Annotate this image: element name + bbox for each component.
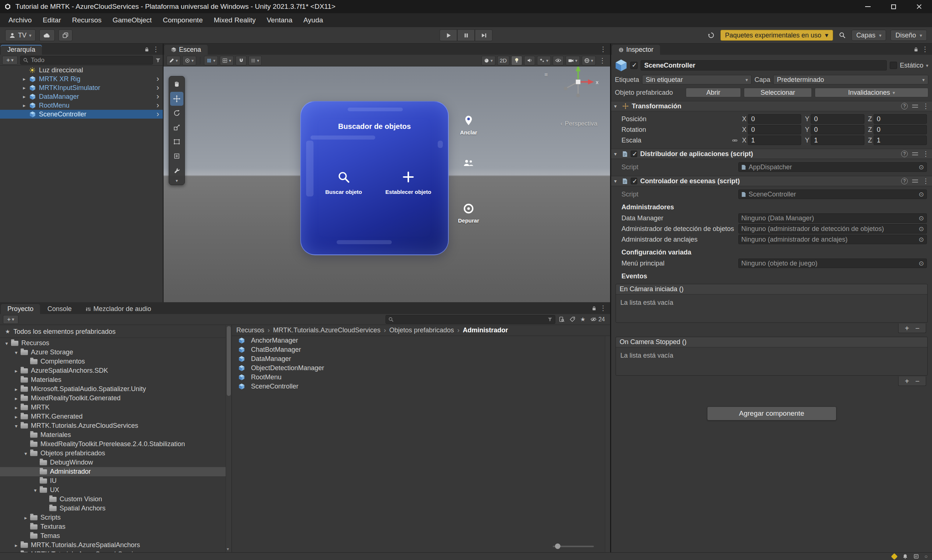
add-event-button[interactable] [905,377,909,385]
gameobject-name-field[interactable]: SceneController [640,60,887,71]
folder-tree-item[interactable]: MixedRealityToolkit.Generated [0,394,231,403]
transform-component-header[interactable]: Transformación [611,101,932,111]
preset-icon[interactable] [912,179,918,183]
kebab-icon[interactable] [923,150,929,158]
search-by-label-icon[interactable] [569,317,575,322]
foldout-arrow-icon[interactable] [12,368,20,374]
camera-settings-icon[interactable] [544,72,548,78]
remove-event-button[interactable] [915,325,920,332]
search-object-button[interactable]: Buscar objeto [314,171,373,195]
add-event-button[interactable] [905,325,909,332]
object-picker-icon[interactable] [919,191,924,198]
draw-mode-dropdown[interactable] [167,56,181,65]
folder-tree-item[interactable]: Temas [0,531,231,540]
hierarchy-item[interactable]: Luz direccional [0,66,163,75]
scene-viewport[interactable]: y x Perspectiva Buscador de objetos Busc… [164,66,610,302]
script-object-field[interactable]: SceneController [738,189,927,199]
prefab-open-button[interactable]: Abrir [686,88,741,97]
help-icon[interactable] [901,103,908,109]
tab-scene[interactable]: Escena [164,45,208,55]
folder-tree-item[interactable]: Spatial Anchors [0,504,231,513]
lock-icon[interactable] [914,47,918,52]
folder-tree-item[interactable]: IU [0,476,231,485]
experimental-packages-dropdown[interactable]: Paquetes experimentales en uso [720,30,833,41]
scroll-down-arrow-icon[interactable] [227,546,229,552]
rotation-z-field[interactable]: 0 [873,125,927,134]
play-button[interactable] [440,29,457,41]
save-search-icon[interactable] [580,316,585,323]
hierarchy-item[interactable]: MRTK XR Rig [0,75,163,83]
foldout-arrow-icon[interactable] [3,340,10,346]
menu-item[interactable]: Recursos [66,13,107,27]
remove-event-button[interactable] [915,377,920,385]
folder-tree-item[interactable]: MixedRealityToolkit.Prerelease.2.4.0.Sta… [0,440,231,449]
folder-tree-item[interactable]: Scripts [0,513,231,522]
hierarchy-item[interactable]: SceneController [0,110,163,118]
breadcrumb-item[interactable]: Recursos [236,326,273,334]
foldout-arrow-icon[interactable] [32,487,39,493]
kebab-icon[interactable] [922,45,928,53]
favorites-all-prefabs[interactable]: Todos los elementos prefabricados [0,326,231,337]
search-filter-icon[interactable] [156,58,160,62]
object-picker-icon[interactable] [919,163,924,171]
effects-dropdown[interactable] [537,56,551,65]
folder-tree-item[interactable]: Recursos [0,338,231,348]
folder-tree-item[interactable]: Administrador [0,467,231,476]
scrollbar-thumb[interactable] [227,326,231,396]
asset-item[interactable]: AnchorManager [232,336,610,345]
foldout-arrow-icon[interactable] [12,395,20,402]
foldout-arrow-icon[interactable] [614,178,619,184]
progress-icon[interactable] [925,553,927,559]
camera-dropdown[interactable] [566,56,580,65]
component-enabled-checkbox[interactable] [631,151,637,157]
search-options-icon[interactable] [548,317,552,321]
search-button[interactable] [838,31,847,40]
scale-y-field[interactable]: 1 [811,135,864,145]
position-x-field[interactable]: 0 [748,114,801,124]
lock-icon[interactable] [145,47,149,52]
foldout-arrow-icon[interactable] [22,515,29,521]
scene-controller-component-header[interactable]: Controlador de escenas (script) [611,176,932,186]
menu-item[interactable]: Archivo [3,13,37,27]
folder-tree-item[interactable]: MRTK.Tutorials.AzureSpeechServices [0,550,231,552]
snap-toggle[interactable] [236,56,247,65]
menu-item[interactable]: Editar [37,13,66,27]
foldout-arrow-icon[interactable] [12,414,20,420]
breadcrumb-item[interactable]: Objetos prefabricados [389,326,463,334]
folder-tree-item[interactable]: UX [0,485,231,495]
rotate-tool[interactable] [170,106,184,120]
kebab-icon[interactable] [597,57,607,65]
asset-item[interactable]: ObjectDetectionManager [232,363,610,373]
notifications-icon[interactable] [903,554,908,559]
breadcrumb-item[interactable]: Administrador [463,326,514,334]
object-reference-field[interactable]: Ninguno (administrador de anclajes) [738,235,927,244]
prefab-open-arrow-icon[interactable] [157,75,159,83]
minimize-button[interactable] [855,0,881,13]
object-reference-field[interactable]: Ninguno (objeto de juego) [738,258,927,268]
rotation-x-field[interactable]: 0 [748,125,801,134]
foldout-arrow-icon[interactable] [20,76,28,82]
prefab-open-arrow-icon[interactable] [157,84,159,92]
services-stack-button[interactable] [59,29,73,41]
prefab-overrides-dropdown[interactable]: Invalidaciones [815,88,928,97]
breadcrumb-item[interactable]: MRTK.Tutorials.AzureCloudServices [273,326,389,334]
menu-item[interactable]: Mixed Reality [208,13,261,27]
tab-inspector[interactable]: Inspector [612,45,660,55]
foldout-arrow-icon[interactable] [12,349,20,355]
tab-project[interactable]: Proyecto [1,304,40,314]
layout-dropdown[interactable]: Diseño [890,30,927,41]
help-icon[interactable] [901,151,908,157]
help-icon[interactable] [901,178,908,185]
menu-item[interactable]: Ventana [261,13,298,27]
add-gameobject-button[interactable] [2,56,18,65]
folder-tree-item[interactable]: MRTK [0,403,231,412]
object-picker-icon[interactable] [919,260,924,267]
hierarchy-search-input[interactable]: Todo [20,56,153,65]
anchor-button[interactable]: Anclar [446,115,491,135]
active-checkbox[interactable] [630,62,637,69]
event-header[interactable]: On Camera Stopped () [616,337,927,348]
folder-tree-item[interactable]: AzureSpatialAnchors.SDK [0,366,231,375]
kebab-icon[interactable] [600,304,606,312]
scale-x-field[interactable]: 1 [748,135,801,145]
folder-tree-item[interactable]: MRTK.Generated [0,412,231,421]
